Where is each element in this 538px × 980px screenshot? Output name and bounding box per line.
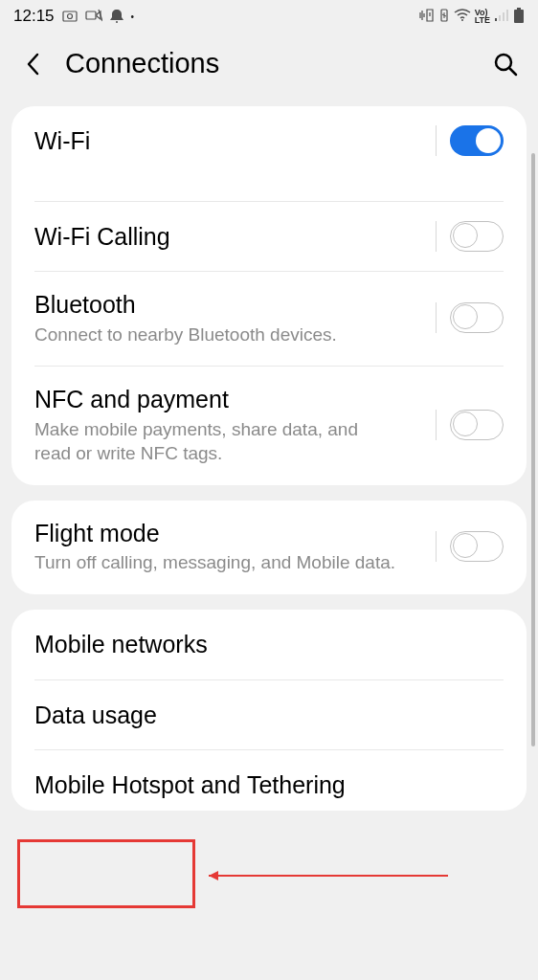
camera-icon xyxy=(62,9,78,25)
search-button[interactable] xyxy=(490,49,521,79)
search-icon xyxy=(493,52,518,77)
header: Connections xyxy=(0,33,538,106)
item-subtitle: Connect to nearby Bluetooth devices. xyxy=(34,323,398,347)
svg-rect-0 xyxy=(63,11,77,21)
flight-mode-item[interactable]: Flight mode Turn off calling, messaging,… xyxy=(11,501,527,594)
svg-rect-2 xyxy=(86,11,96,19)
status-left: 12:15 • xyxy=(13,7,134,26)
wifi-icon xyxy=(454,9,471,25)
item-title: NFC and payment xyxy=(34,384,436,415)
item-subtitle: Make mobile payments, share data, and re… xyxy=(34,417,398,466)
svg-rect-8 xyxy=(499,15,501,21)
chevron-left-icon xyxy=(26,53,39,76)
status-right: Vo)LTE xyxy=(419,8,525,26)
flight-mode-toggle[interactable] xyxy=(450,531,504,562)
wifi-calling-item[interactable]: Wi-Fi Calling xyxy=(11,202,527,272)
svg-rect-12 xyxy=(514,10,524,23)
back-button[interactable] xyxy=(17,49,48,79)
svg-rect-7 xyxy=(495,18,497,21)
annotation-arrow xyxy=(201,869,450,882)
svg-line-14 xyxy=(509,68,516,75)
settings-group-2: Flight mode Turn off calling, messaging,… xyxy=(11,501,527,594)
settings-group-3: Mobile networks Data usage Mobile Hotspo… xyxy=(11,610,527,811)
bluetooth-toggle[interactable] xyxy=(450,302,504,333)
usb-icon xyxy=(438,8,450,26)
svg-point-4 xyxy=(116,21,118,23)
status-bar: 12:15 • Vo)LTE xyxy=(0,0,538,33)
settings-group-1: Wi-Fi Wi-Fi Calling Bluetooth Connect to… xyxy=(11,106,527,485)
svg-rect-11 xyxy=(517,8,521,10)
item-subtitle: Turn off calling, messaging, and Mobile … xyxy=(34,550,398,575)
item-title: Wi-Fi Calling xyxy=(34,221,436,253)
svg-rect-9 xyxy=(503,12,504,21)
item-title: Mobile networks xyxy=(34,629,504,660)
notification-icon xyxy=(110,8,123,26)
mobile-networks-item[interactable]: Mobile networks xyxy=(11,610,527,679)
item-title: Bluetooth xyxy=(34,289,436,321)
item-title: Flight mode xyxy=(34,518,436,549)
signal-icon xyxy=(494,9,509,25)
svg-point-6 xyxy=(461,19,463,21)
svg-rect-10 xyxy=(506,10,508,21)
item-title: Wi-Fi xyxy=(34,125,436,157)
nfc-item[interactable]: NFC and payment Make mobile payments, sh… xyxy=(11,367,527,485)
data-usage-item[interactable]: Data usage xyxy=(11,680,527,750)
voicemail-icon xyxy=(85,9,102,25)
wifi-toggle[interactable] xyxy=(450,125,504,156)
separator xyxy=(436,221,437,252)
status-time: 12:15 xyxy=(13,7,55,26)
separator xyxy=(436,125,437,156)
item-title: Mobile Hotspot and Tethering xyxy=(34,769,504,801)
volte-icon: Vo)LTE xyxy=(475,9,490,24)
separator xyxy=(436,531,437,562)
page-title: Connections xyxy=(65,48,490,79)
vibrate-icon xyxy=(419,9,435,25)
battery-icon xyxy=(513,8,525,26)
scrollbar[interactable] xyxy=(531,153,535,746)
separator xyxy=(436,410,437,440)
bluetooth-item[interactable]: Bluetooth Connect to nearby Bluetooth de… xyxy=(11,272,527,366)
dot-icon: • xyxy=(131,11,135,22)
separator xyxy=(436,302,437,333)
svg-point-1 xyxy=(67,13,72,18)
wifi-calling-toggle[interactable] xyxy=(450,221,504,252)
annotation-highlight-box xyxy=(17,839,195,908)
item-title: Data usage xyxy=(34,700,504,731)
nfc-toggle[interactable] xyxy=(450,410,504,440)
mobile-hotspot-item[interactable]: Mobile Hotspot and Tethering xyxy=(11,750,527,811)
wifi-item[interactable]: Wi-Fi xyxy=(11,106,527,201)
